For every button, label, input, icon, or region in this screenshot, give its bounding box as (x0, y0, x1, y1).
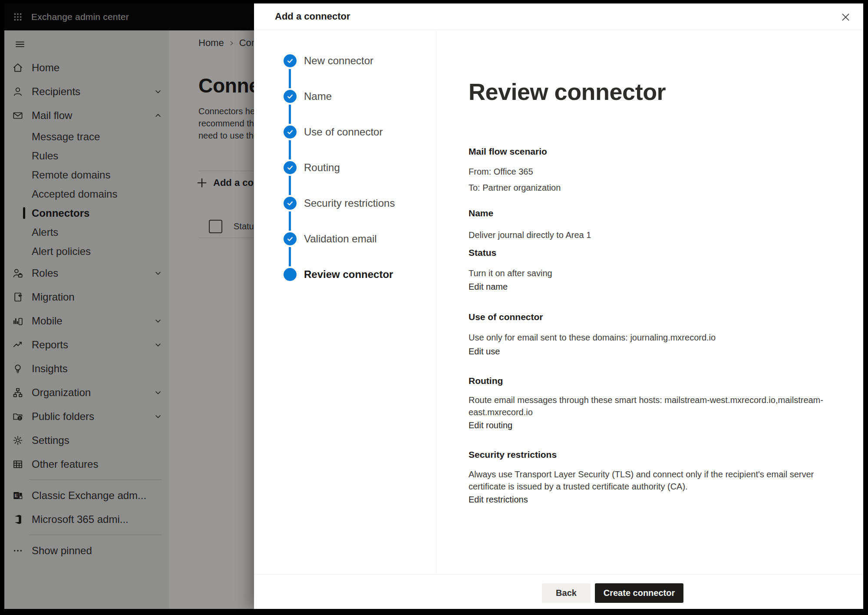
step-label: Routing (304, 162, 340, 174)
step-review-connector[interactable]: Review connector (254, 257, 436, 292)
section-heading-security-restrictions: Security restrictions (469, 450, 861, 460)
step-security-restrictions[interactable]: Security restrictions (254, 185, 436, 221)
check-icon (286, 164, 294, 172)
edit-restrictions-link[interactable]: Edit restrictions (469, 495, 528, 505)
close-button[interactable] (839, 10, 852, 23)
step-routing[interactable]: Routing (254, 150, 436, 185)
step-completed-icon (284, 54, 297, 67)
status-value: Turn it on after saving (469, 267, 861, 279)
step-label: Review connector (304, 268, 393, 281)
step-label: Security restrictions (304, 197, 395, 209)
step-current-dot (284, 268, 297, 281)
section-heading-use-of-connector: Use of connector (469, 312, 861, 322)
step-validation-email[interactable]: Validation email (254, 221, 436, 257)
use-value: Use only for email sent to these domains… (469, 331, 861, 344)
routing-value: Route email messages through these smart… (469, 394, 861, 418)
section-heading-status: Status (469, 248, 861, 258)
section-heading-mail-flow-scenario: Mail flow scenario (469, 146, 861, 157)
step-label: New connector (304, 55, 373, 67)
check-icon (286, 235, 294, 243)
name-value: Deliver journal directly to Area 1 (469, 229, 861, 241)
step-new-connector[interactable]: New connector (254, 43, 436, 79)
add-connector-modal: Add a connector New connectorNameUse of … (254, 3, 863, 609)
edit-name-link[interactable]: Edit name (469, 282, 508, 292)
divider (254, 574, 863, 575)
modal-title: Add a connector (275, 3, 350, 30)
mail-flow-to: To: Partner organization (469, 182, 861, 194)
create-connector-button[interactable]: Create connector (595, 583, 683, 603)
step-use-of-connector[interactable]: Use of connector (254, 114, 436, 150)
edit-use-link[interactable]: Edit use (469, 347, 500, 357)
step-completed-icon (284, 126, 297, 139)
edit-routing-link[interactable]: Edit routing (469, 420, 512, 430)
step-completed-icon (284, 232, 297, 245)
step-completed-icon (284, 197, 297, 210)
mail-flow-from: From: Office 365 (469, 165, 861, 178)
check-icon (286, 128, 294, 136)
step-name[interactable]: Name (254, 79, 436, 114)
section-heading-routing: Routing (469, 376, 861, 386)
review-heading: Review connector (469, 78, 861, 105)
wizard-steps: New connectorNameUse of connectorRouting… (254, 43, 436, 292)
section-heading-name: Name (469, 208, 861, 218)
check-icon (286, 57, 294, 65)
step-label: Use of connector (304, 126, 383, 138)
close-icon (841, 12, 851, 22)
divider (436, 30, 436, 574)
divider (254, 30, 863, 30)
check-icon (286, 199, 294, 207)
step-completed-icon (284, 90, 297, 103)
check-icon (286, 93, 294, 100)
security-value: Always use Transport Layer Security (TLS… (469, 468, 861, 493)
back-button[interactable]: Back (542, 583, 591, 603)
step-label: Validation email (304, 233, 377, 245)
step-label: Name (304, 90, 332, 102)
step-completed-icon (284, 161, 297, 174)
